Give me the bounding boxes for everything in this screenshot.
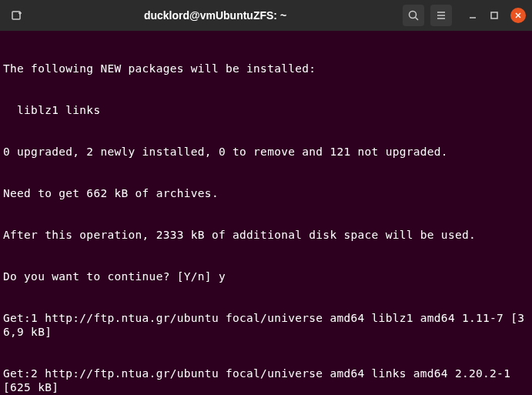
menu-button[interactable] — [430, 5, 452, 26]
terminal-output[interactable]: The following NEW packages will be insta… — [0, 31, 532, 395]
output-line: Get:1 http://ftp.ntua.gr/ubuntu focal/un… — [3, 311, 529, 339]
hamburger-icon — [436, 10, 447, 21]
svg-line-4 — [416, 18, 419, 21]
close-button[interactable] — [510, 8, 526, 23]
new-tab-icon — [11, 9, 23, 22]
output-line: 0 upgraded, 2 newly installed, 0 to remo… — [3, 145, 529, 159]
maximize-button[interactable] — [489, 10, 500, 21]
search-button[interactable] — [403, 5, 424, 26]
titlebar-left — [6, 5, 28, 26]
minimize-icon — [468, 11, 477, 20]
svg-point-3 — [410, 12, 417, 18]
minimize-button[interactable] — [467, 10, 478, 21]
output-line: liblz1 links — [3, 103, 529, 117]
window-controls — [467, 8, 526, 23]
output-line: The following NEW packages will be insta… — [3, 62, 529, 75]
output-line: Need to get 662 kB of archives. — [3, 186, 529, 200]
search-icon — [408, 10, 419, 21]
maximize-icon — [490, 11, 499, 20]
output-line: Get:2 http://ftp.ntua.gr/ubuntu focal/un… — [3, 367, 529, 394]
new-tab-button[interactable] — [6, 5, 28, 26]
svg-rect-9 — [491, 12, 497, 18]
titlebar: ducklord@vmUbuntuZFS: ~ — [0, 0, 532, 31]
titlebar-right — [403, 5, 526, 26]
output-line: Do you want to continue? [Y/n] y — [3, 269, 529, 283]
window-title: ducklord@vmUbuntuZFS: ~ — [34, 9, 396, 22]
output-line: After this operation, 2333 kB of additio… — [3, 228, 529, 242]
close-icon — [514, 12, 522, 19]
